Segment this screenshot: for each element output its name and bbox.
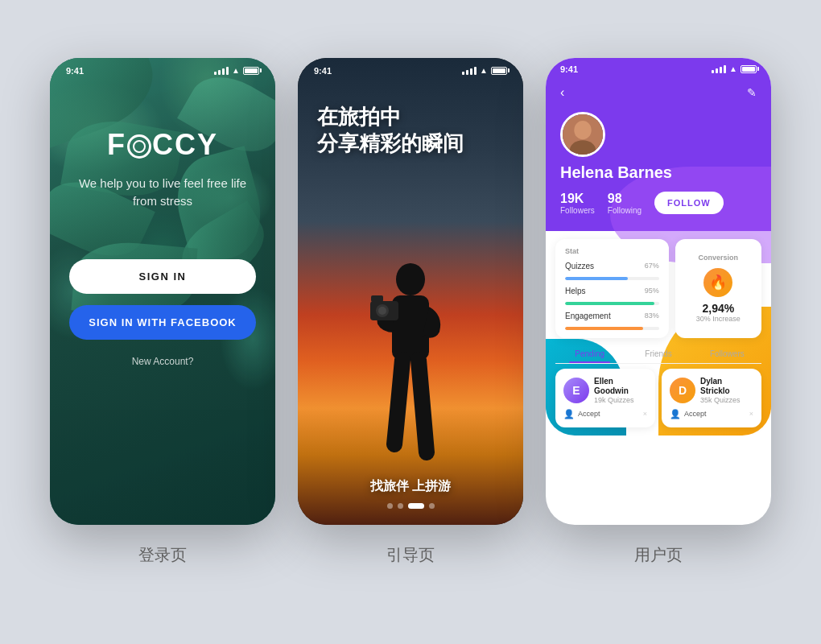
new-account-link[interactable]: New Account? <box>132 356 194 367</box>
conversion-pct: 2,94% <box>702 302 734 315</box>
helps-label: Helps <box>565 287 586 295</box>
wifi-icon: ▲ <box>232 66 240 75</box>
onboard-subtitle: 找旅伴 上拼游 <box>370 478 451 495</box>
followers-stat: 19K Followers <box>560 192 595 215</box>
helps-row: Helps 95% <box>565 287 659 295</box>
profile-status-bar: 9:41 ▲ <box>546 58 771 77</box>
dot-1 <box>387 503 393 509</box>
lens-icon <box>127 134 151 159</box>
profile-info: Helena Barnes 19K Followers 98 Following… <box>546 104 771 215</box>
edit-button[interactable]: ✎ <box>747 86 757 99</box>
cards-row: Stat Quizzes 67% Helps 95% <box>555 239 761 338</box>
tab-pending[interactable]: Pending <box>555 345 624 363</box>
profile-top-bar: ‹ ✎ <box>546 77 771 104</box>
battery-icon <box>741 65 757 73</box>
avatar-image <box>563 114 603 155</box>
pagination-dots <box>387 503 435 509</box>
conversion-title: Conversion <box>699 254 739 262</box>
wifi-icon: ▲ <box>729 64 737 73</box>
silhouette-person <box>358 251 463 460</box>
dot-2 <box>398 503 403 509</box>
battery-icon <box>491 67 507 75</box>
phone-login-wrapper: 9:41 ▲ FCCY We help you to live feel fre… <box>50 58 275 566</box>
onboard-page-label: 引导页 <box>386 544 435 566</box>
phone-profile-wrapper: 9:41 ▲ ‹ ✎ <box>546 58 771 566</box>
profile-name: Helena Barnes <box>560 163 757 182</box>
tab-friends[interactable]: Friends <box>624 345 692 363</box>
quizzes-label: Quizzes <box>565 262 594 270</box>
avatar <box>560 112 605 157</box>
dismiss-icon-2[interactable]: × <box>749 410 753 418</box>
login-tagline: We help you to live feel free life from … <box>69 175 256 211</box>
friend-top: E Ellen Goodwin 19k Quizzes <box>563 377 647 404</box>
status-icons: ▲ <box>712 64 757 73</box>
profile-page-label: 用户页 <box>634 544 683 566</box>
friend-info-1: Ellen Goodwin 19k Quizzes <box>594 377 647 404</box>
friend-info-2: Dylan Stricklo 35k Quizzes <box>700 377 753 404</box>
friend-card-1: E Ellen Goodwin 19k Quizzes 👤 Accept × <box>555 369 655 427</box>
onboard-status-bar: 9:41 ▲ <box>298 58 523 80</box>
engagement-fill <box>565 327 643 330</box>
showcase: 9:41 ▲ FCCY We help you to live feel fre… <box>26 39 795 606</box>
dismiss-icon-1[interactable]: × <box>643 410 647 418</box>
helps-fill <box>565 302 654 305</box>
quizzes-bar <box>565 277 659 280</box>
engagement-label: Engagement <box>565 312 611 320</box>
follow-button[interactable]: FOLLOW <box>654 192 724 214</box>
svg-rect-5 <box>371 295 383 302</box>
engagement-row: Engagement 83% <box>565 312 659 320</box>
accept-label-2: Accept <box>684 410 707 418</box>
dot-4 <box>429 503 435 509</box>
signin-button[interactable]: SIGN IN <box>69 259 256 294</box>
friend-avatar-2: D <box>670 378 695 403</box>
wifi-icon: ▲ <box>480 66 488 75</box>
onboard-title: 在旅拍中 分享精彩的瞬间 <box>317 104 504 159</box>
friend-quizzes-1: 19k Quizzes <box>594 396 647 404</box>
status-time: 9:41 <box>560 64 578 74</box>
friends-row: E Ellen Goodwin 19k Quizzes 👤 Accept × <box>555 369 761 427</box>
friend-name-2: Dylan Stricklo <box>700 377 753 396</box>
svg-point-7 <box>574 121 591 139</box>
friend-top: D Dylan Stricklo 35k Quizzes <box>670 377 753 404</box>
facebook-signin-button[interactable]: SIGN IN WITH FACEBOOK <box>69 305 256 340</box>
status-bar: 9:41 ▲ <box>50 58 275 80</box>
status-time: 9:41 <box>314 66 332 76</box>
following-count: 98 <box>608 192 642 206</box>
onboard-text: 在旅拍中 分享精彩的瞬间 <box>298 80 523 189</box>
login-page-label: 登录页 <box>138 544 187 566</box>
back-button[interactable]: ‹ <box>560 85 564 100</box>
accept-button-1[interactable]: 👤 Accept × <box>563 409 647 419</box>
profile-body: Stat Quizzes 67% Helps 95% <box>546 231 771 436</box>
signal-icon <box>462 67 477 75</box>
quizzes-row: Quizzes 67% <box>565 262 659 270</box>
accept-icon-1: 👤 <box>563 409 575 419</box>
helps-pct: 95% <box>645 287 659 295</box>
profile-stats: 19K Followers 98 Following FOLLOW <box>560 192 757 215</box>
phone-profile: 9:41 ▲ ‹ ✎ <box>546 58 771 525</box>
quizzes-pct: 67% <box>645 262 659 270</box>
fire-icon: 🔥 <box>703 268 732 297</box>
friend-quizzes-2: 35k Quizzes <box>700 396 753 404</box>
friend-name-1: Ellen Goodwin <box>594 377 647 396</box>
accept-label-1: Accept <box>578 410 600 418</box>
helps-bar <box>565 302 659 305</box>
tab-followers[interactable]: Followers <box>693 345 761 363</box>
status-time: 9:41 <box>66 66 84 76</box>
svg-point-4 <box>378 307 386 315</box>
accept-icon-2: 👤 <box>670 409 681 419</box>
following-stat: 98 Following <box>608 192 642 215</box>
dot-3-active <box>408 503 424 509</box>
login-content: FCCY We help you to live feel free life … <box>50 80 275 506</box>
accept-button-2[interactable]: 👤 Accept × <box>670 409 753 419</box>
app-logo: FCCY <box>107 128 218 162</box>
followers-count: 19K <box>560 192 595 206</box>
phone-login: 9:41 ▲ FCCY We help you to live feel fre… <box>50 58 275 525</box>
status-icons: ▲ <box>214 66 259 75</box>
conversion-sub: 30% Increase <box>696 315 741 323</box>
profile-header: 9:41 ▲ ‹ ✎ <box>546 58 771 231</box>
onboard-bottom: 找旅伴 上拼游 <box>298 478 523 509</box>
phone-onboard-wrapper: 9:41 ▲ 在旅拍中 分享精彩的瞬间 <box>298 58 523 566</box>
followers-label: Followers <box>560 206 595 215</box>
profile-tabs: Pending Friends Followers <box>555 345 761 364</box>
engagement-pct: 83% <box>645 312 659 320</box>
